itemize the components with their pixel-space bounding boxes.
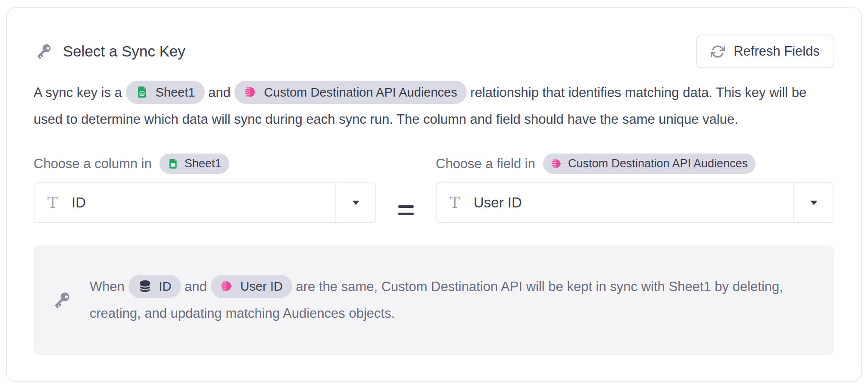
column-select-value-area: T ID xyxy=(34,183,335,222)
description-part1: A sync key is a xyxy=(34,85,122,100)
destination-badge: Custom Destination API Audiences xyxy=(234,81,467,104)
info-conjunction: and xyxy=(184,279,207,294)
equals-cell xyxy=(376,182,436,223)
key-icon xyxy=(34,41,53,61)
database-icon xyxy=(138,279,152,293)
equals-icon xyxy=(398,205,414,215)
sync-key-pickers: Choose a column in Sheet1 Choose a field… xyxy=(34,154,834,223)
field-picker-label-text: Choose a field in xyxy=(436,156,535,172)
field-key-badge-label: User ID xyxy=(240,273,283,300)
sync-key-info-box: When ID and User ID are the same, Custom… xyxy=(34,245,834,355)
column-select-value: ID xyxy=(72,194,86,211)
column-picker-label: Choose a column in Sheet1 xyxy=(34,154,376,174)
custom-destination-icon xyxy=(220,279,234,293)
field-select-caret-area[interactable] xyxy=(793,183,834,222)
text-type-icon: T xyxy=(47,195,58,210)
source-badge-label: Sheet1 xyxy=(156,79,195,106)
sync-key-card: Select a Sync Key Refresh Fields A sync … xyxy=(6,7,862,382)
refresh-fields-button[interactable]: Refresh Fields xyxy=(696,35,834,68)
field-select-value: User ID xyxy=(474,194,522,211)
key-icon xyxy=(51,289,72,311)
text-type-icon: T xyxy=(450,195,460,210)
page-title: Select a Sync Key xyxy=(34,41,185,61)
refresh-fields-label: Refresh Fields xyxy=(734,44,820,59)
page-title-text: Select a Sync Key xyxy=(63,43,185,60)
field-select[interactable]: T User ID xyxy=(436,182,834,223)
header: Select a Sync Key Refresh Fields xyxy=(34,35,834,68)
chevron-down-icon xyxy=(350,197,362,209)
destination-badge-label: Custom Destination API Audiences xyxy=(264,79,457,106)
column-source-badge-label: Sheet1 xyxy=(184,157,222,170)
column-select-caret-area[interactable] xyxy=(335,183,375,222)
column-source-badge: Sheet1 xyxy=(159,154,229,174)
spreadsheet-icon xyxy=(135,85,149,99)
info-part1: When xyxy=(90,279,125,294)
field-select-value-area: T User ID xyxy=(437,183,793,222)
column-key-badge: ID xyxy=(128,275,181,298)
field-destination-badge-label: Custom Destination API Audiences xyxy=(568,157,748,170)
description-conjunction: and xyxy=(208,85,231,100)
field-destination-badge: Custom Destination API Audiences xyxy=(543,154,756,174)
field-key-badge: User ID xyxy=(211,275,292,298)
chevron-down-icon xyxy=(808,197,820,209)
custom-destination-icon xyxy=(551,158,562,169)
column-picker-label-text: Choose a column in xyxy=(34,156,152,172)
custom-destination-icon xyxy=(244,85,257,99)
column-select[interactable]: T ID xyxy=(34,182,376,223)
info-box-text: When ID and User ID are the same, Custom… xyxy=(90,273,817,327)
refresh-icon xyxy=(711,44,725,59)
spreadsheet-icon xyxy=(167,158,179,169)
column-key-badge-label: ID xyxy=(159,273,172,300)
source-badge: Sheet1 xyxy=(126,81,205,104)
field-picker-label: Choose a field in Custom Destination API… xyxy=(436,154,834,174)
sync-key-description: A sync key is a Sheet1 and Custom Destin… xyxy=(34,79,834,133)
